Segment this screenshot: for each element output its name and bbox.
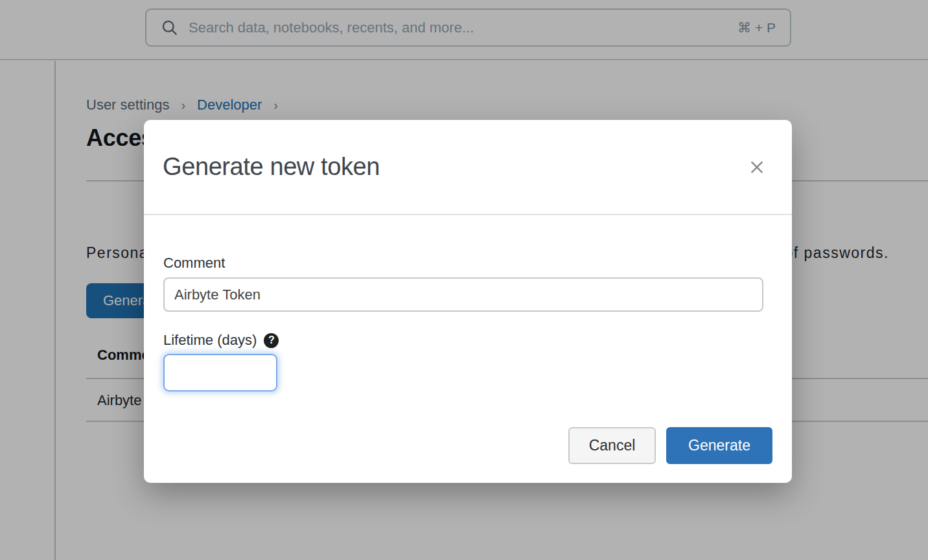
generate-button[interactable]: Generate [666, 427, 772, 464]
lifetime-days-input[interactable] [163, 354, 277, 391]
generate-token-dialog: Generate new token Comment Lifetime (day… [144, 120, 792, 483]
help-icon[interactable]: ? [264, 333, 279, 348]
dialog-title: Generate new token [163, 153, 380, 181]
comment-input[interactable] [163, 277, 763, 312]
close-button[interactable] [745, 156, 769, 179]
lifetime-label-text: Lifetime (days) [163, 332, 257, 349]
comment-label: Comment [163, 255, 225, 272]
dialog-footer: Cancel Generate [568, 427, 772, 464]
close-icon [748, 159, 765, 176]
cancel-button[interactable]: Cancel [568, 427, 656, 464]
dialog-header: Generate new token [144, 120, 792, 215]
lifetime-label: Lifetime (days) ? [163, 332, 279, 349]
